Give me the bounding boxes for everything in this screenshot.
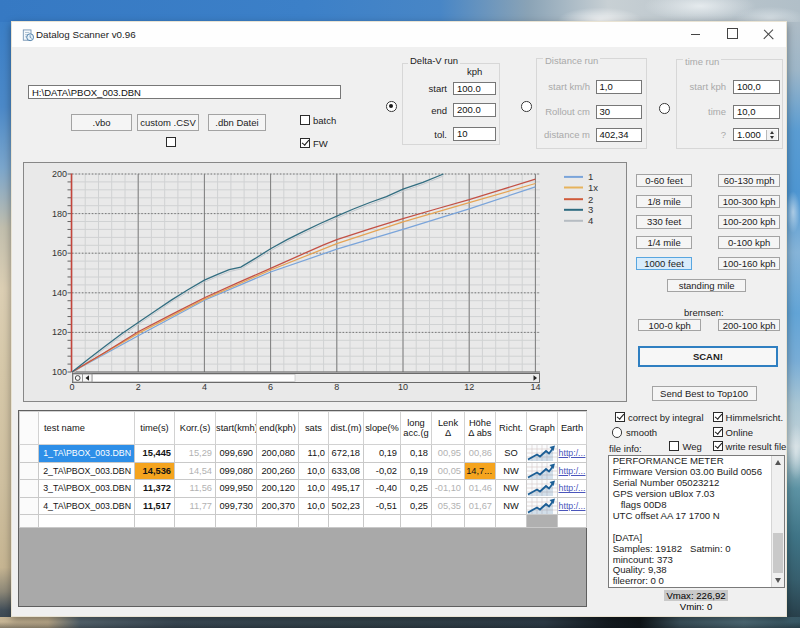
- svg-text:180: 180: [52, 209, 67, 219]
- svg-text:4: 4: [202, 382, 207, 392]
- svg-text:3: 3: [588, 204, 593, 215]
- svg-text:4: 4: [588, 215, 593, 226]
- svg-text:2: 2: [588, 194, 593, 205]
- svg-text:1x: 1x: [588, 182, 598, 193]
- svg-text:120: 120: [52, 327, 67, 337]
- svg-text:1: 1: [588, 171, 593, 182]
- svg-text:140: 140: [52, 288, 67, 298]
- svg-text:12: 12: [464, 382, 474, 392]
- svg-text:200: 200: [52, 169, 67, 179]
- svg-text:10: 10: [398, 382, 408, 392]
- svg-text:160: 160: [52, 248, 67, 258]
- svg-text:14: 14: [530, 382, 540, 392]
- svg-text:100: 100: [52, 367, 67, 377]
- svg-text:6: 6: [268, 382, 273, 392]
- svg-text:2: 2: [136, 382, 141, 392]
- svg-text:8: 8: [334, 382, 339, 392]
- svg-text:0: 0: [69, 382, 74, 392]
